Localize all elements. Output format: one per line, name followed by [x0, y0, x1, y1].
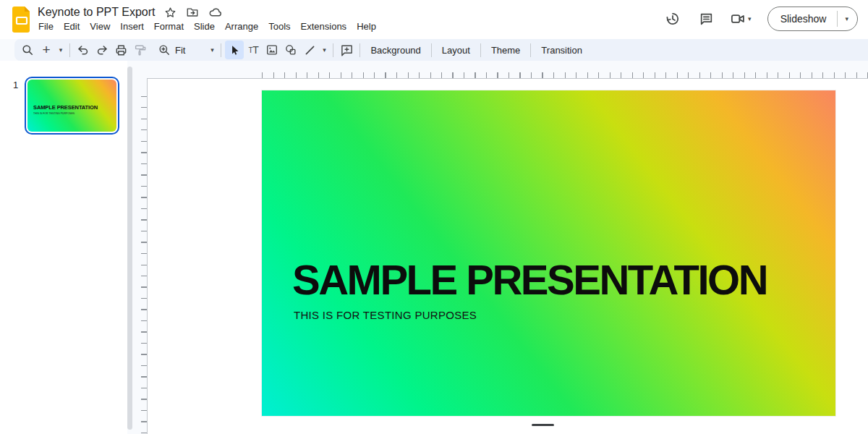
menu-file[interactable]: File [33, 19, 59, 34]
divider [333, 43, 333, 57]
slide-number: 1 [13, 80, 18, 90]
slide-title[interactable]: SAMPLE PRESENTATION [292, 259, 767, 301]
insert-shape-button[interactable] [281, 41, 300, 59]
slideshow-dropdown-icon[interactable]: ▾ [838, 7, 857, 30]
filmstrip: 1 SAMPLE PRESENTATION THIS IS FOR TESTIN… [0, 61, 127, 434]
menu-edit[interactable]: Edit [59, 19, 85, 34]
header-actions: ▾ Slideshow ▾ [663, 4, 858, 33]
comments-icon[interactable] [697, 9, 715, 28]
divider [69, 43, 70, 57]
meet-button[interactable]: ▾ [730, 11, 752, 27]
search-icon[interactable] [18, 41, 37, 59]
meet-dropdown-icon[interactable]: ▾ [748, 16, 752, 22]
menu-format[interactable]: Format [149, 19, 189, 34]
menu-insert[interactable]: Insert [115, 19, 149, 34]
new-slide-dropdown-icon[interactable]: ▾ [56, 47, 66, 54]
menu-view[interactable]: View [85, 19, 115, 34]
horizontal-ruler [262, 72, 868, 78]
theme-button[interactable]: Theme [485, 42, 527, 59]
zoom-select[interactable]: Fit [175, 45, 185, 56]
zoom-in-icon[interactable] [155, 41, 174, 59]
menu-slide[interactable]: Slide [189, 19, 220, 34]
text-box-button[interactable]: TT [244, 41, 263, 59]
notes-resize-handle[interactable] [532, 424, 554, 426]
cloud-saved-icon[interactable] [208, 6, 222, 20]
menu-extensions[interactable]: Extensions [296, 19, 352, 34]
insert-image-button[interactable] [263, 41, 281, 59]
star-icon[interactable] [164, 7, 176, 19]
new-slide-button[interactable]: + [37, 41, 56, 59]
divider [431, 43, 432, 57]
slide-thumbnail[interactable]: SAMPLE PRESENTATION THIS IS FOR TESTING … [25, 77, 119, 135]
zoom-dropdown-icon[interactable]: ▾ [207, 47, 217, 54]
redo-icon[interactable] [93, 41, 111, 59]
menu-arrange[interactable]: Arrange [220, 19, 263, 34]
divider [480, 43, 481, 57]
slideshow-button: Slideshow ▾ [767, 7, 858, 31]
thumbnail-title: SAMPLE PRESENTATION [33, 104, 98, 111]
toolbar: + ▾ Fit ▾ TT ▾ [14, 39, 868, 61]
transition-button[interactable]: Transition [535, 42, 589, 59]
move-folder-icon[interactable] [186, 6, 199, 19]
document-title[interactable]: Keynote to PPT Export [38, 6, 155, 19]
paint-format-icon[interactable] [130, 41, 149, 59]
menu-tools[interactable]: Tools [263, 19, 295, 34]
slide-thumbnail-preview: SAMPLE PRESENTATION THIS IS FOR TESTING … [27, 80, 116, 132]
version-history-icon[interactable] [663, 9, 682, 28]
thumbnail-subtitle: THIS IS FOR TESTING PURPOSES [33, 112, 75, 115]
slide-canvas[interactable]: SAMPLE PRESENTATION THIS IS FOR TESTING … [262, 90, 835, 416]
layout-button[interactable]: Layout [435, 42, 477, 59]
slides-logo[interactable] [12, 6, 32, 33]
select-tool-button[interactable] [225, 41, 244, 59]
background-button[interactable]: Background [364, 42, 427, 59]
slideshow-label[interactable]: Slideshow [768, 7, 838, 30]
undo-icon[interactable] [74, 41, 93, 59]
divider [530, 43, 531, 57]
line-dropdown-icon[interactable]: ▾ [319, 47, 329, 54]
divider [221, 43, 221, 57]
header: Keynote to PPT Export File Edit View Ins… [0, 0, 868, 39]
vertical-ruler [141, 96, 147, 434]
divider [359, 43, 360, 57]
insert-comment-button[interactable] [337, 41, 356, 59]
google-slides-app: Keynote to PPT Export File Edit View Ins… [0, 0, 868, 434]
filmstrip-scrollbar[interactable] [127, 67, 132, 430]
slide-subtitle[interactable]: THIS IS FOR TESTING PURPOSES [294, 309, 477, 321]
menu-bar: File Edit View Insert Format Slide Arran… [33, 19, 381, 34]
menu-help[interactable]: Help [352, 19, 381, 34]
print-icon[interactable] [111, 41, 130, 59]
insert-line-button[interactable] [300, 41, 319, 59]
